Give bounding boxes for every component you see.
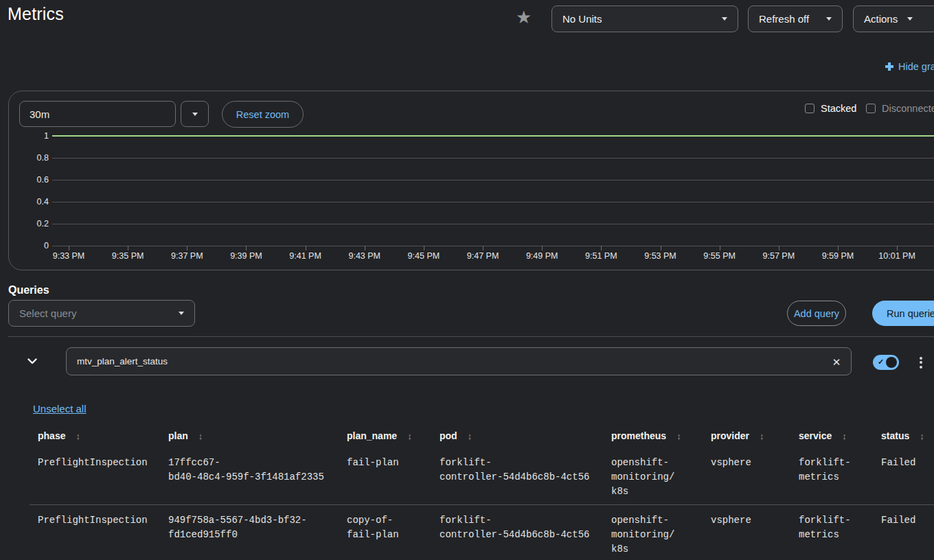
column-header-plan[interactable]: plan↕ — [160, 426, 339, 447]
y-axis-label: 0.6 — [9, 174, 49, 185]
x-axis-tick — [661, 246, 661, 250]
compress-icon — [885, 62, 894, 71]
favorite-star-icon[interactable]: ★ — [516, 7, 532, 27]
y-axis-label: 1 — [9, 130, 49, 141]
x-axis-label: 9:55 PM — [690, 251, 749, 261]
caret-down-icon — [722, 17, 727, 21]
x-axis-label: 9:53 PM — [631, 251, 690, 261]
add-query-button[interactable]: Add query — [787, 301, 846, 326]
table-cell: 949f758a-5567-4bd3-bf32- fd1ced915ff0 — [160, 505, 339, 560]
x-axis-tick — [306, 246, 306, 250]
table-cell: 17ffcc67- bd40-48c4-959f-3f1481af2335 — [160, 447, 339, 504]
sort-icon[interactable]: ↕ — [468, 431, 472, 441]
switch-knob — [886, 357, 897, 368]
table-cell: copy-of- fail-plan — [339, 505, 431, 560]
sort-icon[interactable]: ↕ — [676, 431, 681, 441]
x-axis-label: 10:01 PM — [867, 251, 926, 261]
query-expand-toggle[interactable] — [23, 352, 41, 370]
unselect-all-link[interactable]: Unselect all — [33, 403, 87, 415]
x-axis-tick — [897, 246, 898, 250]
x-axis-label: 9:49 PM — [512, 251, 571, 261]
x-axis-label: 9:59 PM — [808, 251, 867, 261]
x-axis-label: 9:43 PM — [335, 251, 394, 261]
x-axis-label: 9:57 PM — [749, 251, 808, 261]
kebab-menu-button[interactable] — [915, 352, 926, 373]
column-header-label: service — [799, 430, 832, 441]
x-axis-tick — [424, 246, 424, 250]
column-header-label: status — [881, 430, 909, 441]
caret-down-icon — [826, 17, 832, 21]
table-cell: vsphere — [703, 447, 790, 504]
sort-icon[interactable]: ↕ — [76, 431, 80, 441]
x-axis-tick — [69, 246, 69, 250]
y-axis-label: 0.8 — [9, 152, 49, 163]
x-axis-tick — [187, 246, 187, 250]
chart-plot[interactable]: 10.80.60.40.209:33 PM9:35 PM9:37 PM9:39 … — [9, 91, 934, 270]
query-expression-field: ✕ — [66, 347, 852, 375]
x-axis-label: 9:51 PM — [571, 251, 630, 261]
clear-query-button[interactable]: ✕ — [828, 353, 845, 371]
x-axis-tick — [128, 246, 128, 250]
column-header-service[interactable]: service↕ — [790, 426, 873, 447]
x-axis-label: 9:33 PM — [39, 251, 98, 261]
table-cell: forklift- controller-54d4b6c8b-4ct56 — [431, 505, 603, 560]
queries-heading: Queries — [8, 284, 49, 296]
gridline — [52, 246, 934, 246]
chevron-down-icon — [27, 358, 37, 364]
x-axis-tick — [838, 246, 839, 250]
metrics-table: phase↕plan↕plan_name↕pod↕prometheus↕prov… — [30, 426, 934, 560]
sort-icon[interactable]: ↕ — [198, 431, 203, 441]
column-header-pod[interactable]: pod↕ — [431, 426, 603, 447]
run-queries-button[interactable]: Run queries — [872, 301, 934, 326]
x-axis-label: 9:37 PM — [157, 251, 216, 261]
query-enabled-switch[interactable]: ✓ — [873, 355, 899, 370]
section-divider — [8, 336, 934, 337]
refresh-interval-select[interactable]: Refresh off — [748, 5, 843, 32]
table-cell: forklift- controller-54d4b6c8b-4ct56 — [431, 447, 603, 504]
actions-menu-label: Actions — [864, 13, 898, 25]
column-header-status[interactable]: status↕ — [873, 426, 934, 447]
x-axis-label: 9:45 PM — [394, 251, 453, 261]
table-cell: openshift- monitoring/ k8s — [603, 505, 703, 560]
refresh-select-value: Refresh off — [759, 13, 809, 25]
column-header-provider[interactable]: provider↕ — [703, 426, 790, 447]
column-header-phase[interactable]: phase↕ — [30, 426, 160, 447]
gridline — [52, 202, 934, 202]
gridline — [52, 224, 934, 224]
page-title: Metrics — [8, 4, 64, 24]
units-select-value: No Units — [562, 13, 602, 25]
y-axis-label: 0.4 — [9, 196, 49, 207]
table-cell: Failed — [873, 505, 934, 560]
table-cell: forklift- metrics — [790, 447, 873, 504]
clear-icon: ✕ — [832, 356, 841, 368]
x-axis-tick — [542, 246, 543, 250]
sort-icon[interactable]: ↕ — [407, 431, 412, 441]
table-cell: openshift- monitoring/ k8s — [603, 447, 703, 504]
units-select[interactable]: No Units — [551, 5, 738, 32]
column-header-label: prometheus — [611, 430, 666, 441]
query-select[interactable]: Select query — [8, 300, 195, 327]
table-cell: fail-plan — [339, 447, 431, 504]
column-header-prometheus[interactable]: prometheus↕ — [603, 426, 703, 447]
column-header-label: provider — [711, 430, 749, 441]
table-cell: forklift- metrics — [790, 505, 873, 560]
sort-icon[interactable]: ↕ — [842, 431, 847, 441]
actions-menu-button[interactable]: Actions — [853, 5, 934, 32]
x-axis-label: 9:39 PM — [216, 251, 275, 261]
x-axis-label: 9:47 PM — [453, 251, 512, 261]
x-axis-tick — [246, 246, 247, 250]
x-axis-tick — [483, 246, 483, 250]
x-axis-tick — [365, 246, 365, 250]
hide-graph-link[interactable]: Hide graph — [885, 61, 934, 72]
x-axis-label: 9:35 PM — [98, 251, 157, 261]
table-row: PreflightInspection17ffcc67- bd40-48c4-9… — [30, 447, 934, 505]
column-header-label: plan — [168, 430, 188, 441]
sort-icon[interactable]: ↕ — [760, 431, 764, 441]
x-axis-tick — [720, 246, 720, 250]
x-axis-label: 9:41 PM — [276, 251, 335, 261]
table-cell: Failed — [873, 447, 934, 504]
caret-down-icon — [179, 312, 184, 315]
sort-icon[interactable]: ↕ — [920, 431, 924, 441]
query-expression-input[interactable] — [67, 348, 851, 375]
column-header-plan_name[interactable]: plan_name↕ — [339, 426, 431, 447]
